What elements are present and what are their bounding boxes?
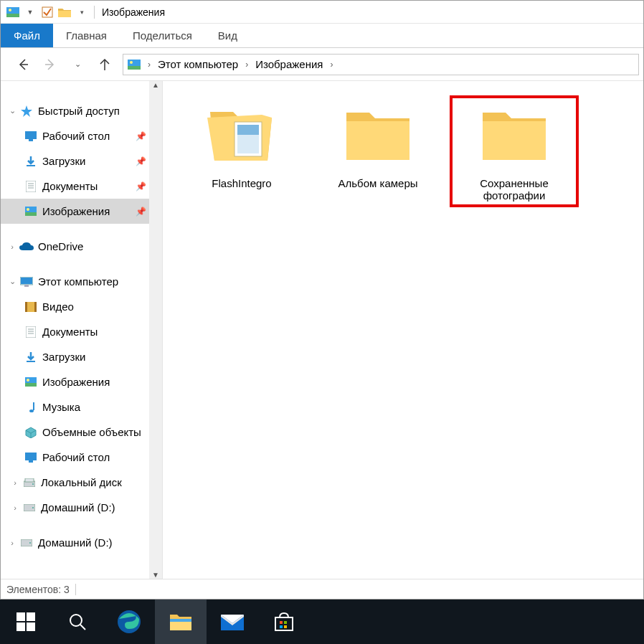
nav-pictures2[interactable]: Изображения	[1, 369, 162, 394]
music-icon	[24, 400, 38, 415]
chevron-right-icon[interactable]: ›	[327, 60, 336, 70]
desktop-icon	[24, 450, 38, 465]
pin-icon: 📌	[136, 207, 146, 217]
svg-rect-43	[25, 478, 34, 482]
nav-quick-access[interactable]: ⌄ Быстрый доступ	[1, 98, 162, 123]
pictures-library-icon[interactable]	[5, 4, 21, 20]
address-bar[interactable]: › Этот компьютер › Изображения ›	[123, 54, 639, 75]
nav-music[interactable]: Музыка	[1, 394, 162, 420]
svg-rect-11	[25, 131, 37, 139]
svg-rect-27	[26, 326, 36, 338]
svg-rect-40	[25, 453, 37, 460]
scroll-up-icon[interactable]: ▲	[152, 81, 159, 89]
search-button[interactable]	[52, 600, 103, 644]
nav-downloads[interactable]: Загрузки 📌	[1, 148, 162, 174]
nav-3dobjects[interactable]: Объемные объекты	[1, 420, 162, 445]
svg-rect-8	[128, 66, 141, 70]
chevron-down-icon[interactable]: ⌄	[6, 106, 18, 115]
nav-documents2[interactable]: Документы	[1, 319, 162, 344]
pin-icon: 📌	[136, 181, 146, 191]
chevron-right-icon[interactable]: ›	[6, 242, 18, 251]
svg-rect-1	[6, 14, 19, 17]
forward-button[interactable]	[42, 57, 58, 72]
nav-downloads2[interactable]: Загрузки	[1, 344, 162, 369]
svg-rect-23	[24, 285, 29, 287]
svg-rect-64	[280, 621, 283, 624]
nav-home-d-root[interactable]: › Домашний (D:)	[1, 530, 162, 555]
back-button[interactable]	[15, 57, 31, 72]
recent-locations-button[interactable]: ⌄	[70, 57, 85, 72]
svg-rect-41	[29, 460, 33, 463]
nav-label: Изображения	[42, 376, 110, 388]
nav-label: Документы	[42, 180, 98, 192]
ribbon-tabs: Файл Главная Поделиться Вид	[1, 24, 643, 48]
chevron-down-icon[interactable]: ⌄	[6, 277, 18, 286]
new-folder-icon[interactable]	[57, 4, 72, 20]
svg-rect-19	[25, 212, 37, 216]
qat-customize-icon[interactable]: ▾	[74, 4, 90, 20]
start-button[interactable]	[0, 600, 52, 644]
taskbar-store[interactable]	[258, 600, 310, 644]
properties-icon[interactable]	[39, 4, 55, 20]
breadcrumb-pictures[interactable]: Изображения ›	[251, 55, 336, 75]
nav-home-d[interactable]: › Домашний (D:)	[1, 495, 162, 520]
navigation-pane: ⌄ Быстрый доступ Рабочий стол 📌 Загрузки…	[1, 81, 163, 579]
folder-content[interactable]: FlashIntegro Альбом камеры	[163, 81, 643, 579]
taskbar-mail[interactable]	[207, 600, 258, 644]
folder-icon	[478, 100, 550, 171]
nav-local-disk[interactable]: › Локальный диск	[1, 470, 162, 495]
chevron-right-icon[interactable]: ›	[9, 478, 21, 487]
nav-label: Домашний (D:)	[41, 501, 115, 513]
svg-point-9	[130, 61, 133, 64]
folder-item-flashintegro[interactable]: FlashIntegro	[177, 95, 306, 195]
nav-label: Объемные объекты	[42, 426, 141, 438]
tab-share[interactable]: Поделиться	[120, 24, 205, 47]
svg-rect-65	[284, 621, 287, 624]
explorer-window: ▼ ▾ Изображения Файл Главная Поделиться …	[0, 0, 644, 600]
folder-label: Альбом камеры	[338, 177, 418, 189]
nav-label: OneDrive	[38, 240, 83, 252]
folder-item-camera-album[interactable]: Альбом камеры	[313, 95, 442, 195]
title-bar: ▼ ▾ Изображения	[1, 1, 643, 24]
tab-view[interactable]: Вид	[205, 24, 250, 47]
nav-pictures[interactable]: Изображения 📌	[1, 199, 162, 224]
nav-this-pc[interactable]: ⌄ Этот компьютер	[1, 269, 162, 294]
chevron-right-icon[interactable]: ›	[242, 60, 251, 70]
svg-rect-54	[16, 622, 25, 631]
folder-label: Сохраненные фотографии	[453, 177, 576, 202]
nav-desktop[interactable]: Рабочий стол 📌	[1, 123, 162, 148]
desktop-icon	[24, 129, 38, 143]
breadcrumb-this-pc[interactable]: Этот компьютер ›	[153, 55, 251, 75]
drive-icon	[22, 475, 37, 490]
nav-label: Локальный диск	[41, 476, 122, 488]
chevron-right-icon[interactable]: ›	[6, 539, 18, 547]
nav-label: Рабочий стол	[42, 130, 110, 142]
nav-desktop2[interactable]: Рабочий стол	[1, 445, 162, 470]
svg-rect-12	[29, 139, 33, 141]
svg-rect-25	[25, 302, 27, 312]
svg-rect-52	[16, 612, 25, 621]
chevron-down-icon[interactable]: ▼	[22, 4, 38, 20]
folder-label: FlashIntegro	[212, 177, 271, 189]
up-button[interactable]	[97, 57, 113, 72]
quick-access-toolbar: ▼ ▾	[1, 4, 90, 20]
nav-videos[interactable]: Видео	[1, 294, 162, 319]
nav-scrollbar[interactable]: ▲ ▼	[149, 81, 162, 579]
tab-home[interactable]: Главная	[53, 24, 120, 47]
svg-rect-59	[170, 619, 191, 622]
taskbar-edge[interactable]	[103, 600, 155, 644]
download-icon	[24, 154, 38, 169]
svg-point-56	[70, 615, 82, 626]
pin-icon: 📌	[136, 131, 146, 141]
nav-label: Этот компьютер	[38, 275, 118, 288]
breadcrumb-root-chevron[interactable]: ›	[145, 55, 153, 75]
nav-label: Музыка	[42, 401, 80, 413]
taskbar-explorer[interactable]	[155, 600, 207, 644]
svg-rect-55	[27, 622, 35, 631]
nav-documents[interactable]: Документы 📌	[1, 174, 162, 199]
nav-onedrive[interactable]: › OneDrive	[1, 234, 162, 259]
scroll-down-icon[interactable]: ▼	[152, 571, 159, 579]
chevron-right-icon[interactable]: ›	[9, 503, 21, 512]
tab-file[interactable]: Файл	[1, 24, 53, 47]
folder-item-saved-photos[interactable]: Сохраненные фотографии	[450, 95, 579, 207]
